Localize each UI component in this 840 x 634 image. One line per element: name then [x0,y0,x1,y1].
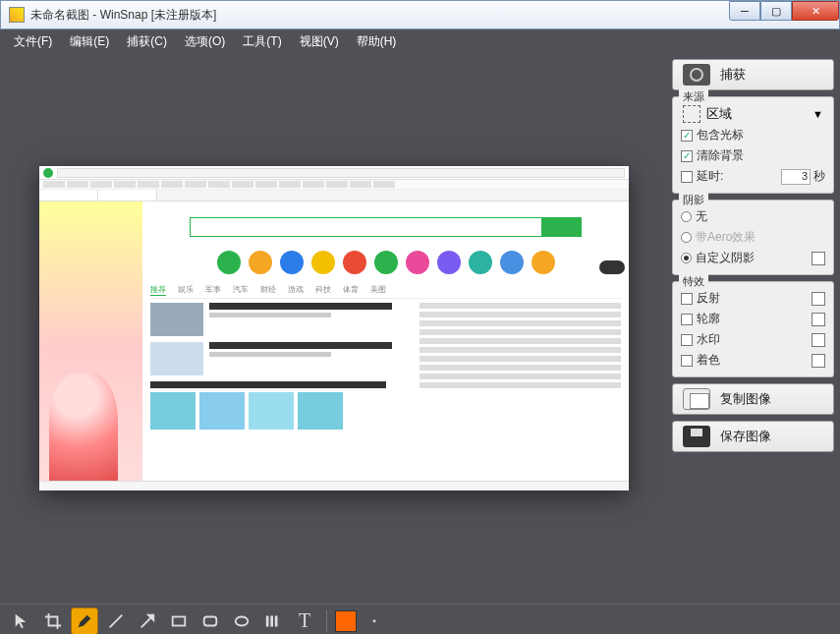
stroke-width-selector[interactable]: ▪ [361,607,388,635]
delay-checkbox[interactable] [681,171,693,183]
copy-icon [683,388,710,410]
tint-checkbox[interactable] [681,355,693,367]
close-button[interactable]: ✕ [792,1,839,21]
effects-group: 特效 反射 轮廓 水印 着色 [672,281,834,377]
drawing-toolbar: T ▪ [0,604,840,634]
text-tool[interactable]: T [291,607,318,635]
camera-icon [683,64,710,86]
reflect-checkbox[interactable] [681,293,693,305]
delay-value-input[interactable]: 3 [781,169,811,185]
line-tool[interactable] [102,607,130,635]
captured-image[interactable]: 推荐娱乐军事汽车财经游戏科技体育美图 [39,166,629,490]
delay-unit: 秒 [813,168,825,185]
svg-line-0 [110,614,123,627]
shadow-custom-radio[interactable] [681,253,692,263]
roundrect-tool[interactable] [196,607,224,635]
rect-tool[interactable] [165,607,193,635]
shadow-aero-label: 带Aero效果 [696,229,756,246]
capture-label: 捕获 [720,66,746,84]
outline-label: 轮廓 [697,311,720,327]
watermark-settings[interactable] [812,333,825,347]
menu-file[interactable]: 文件(F) [6,31,60,52]
source-mode-dropdown[interactable]: 区域 ▼ [681,103,825,125]
svg-line-1 [141,616,152,627]
chevron-down-icon: ▼ [812,108,823,120]
svg-rect-2 [173,616,186,625]
reflect-settings[interactable] [812,292,825,306]
crop-tool[interactable] [39,607,67,635]
shadow-aero-radio[interactable] [681,232,692,243]
minimize-button[interactable]: ─ [729,1,760,21]
save-label: 保存图像 [720,428,771,445]
shadow-title: 阴影 [679,193,708,207]
save-image-button[interactable]: 保存图像 [672,421,834,452]
delay-label: 延时: [697,168,723,185]
arrow-tool[interactable] [134,607,161,635]
effects-title: 特效 [679,274,708,289]
clear-bg-checkbox[interactable] [681,150,693,162]
window-title: 未命名截图 - WinSnap [未注册版本] [30,7,216,24]
highlight-tool[interactable] [259,607,287,635]
source-mode-label: 区域 [706,105,732,123]
copy-label: 复制图像 [720,390,771,408]
include-cursor-label: 包含光标 [697,127,744,144]
outline-checkbox[interactable] [681,314,693,325]
watermark-checkbox[interactable] [681,334,693,346]
outline-settings[interactable] [812,313,825,326]
app-icon [9,7,25,23]
menubar: 文件(F) 编辑(E) 捕获(C) 选项(O) 工具(T) 视图(V) 帮助(H… [0,29,840,53]
watermark-label: 水印 [697,331,720,348]
clear-bg-label: 清除背景 [697,147,744,164]
svg-point-4 [236,616,249,625]
reflect-label: 反射 [697,290,720,307]
menu-tools[interactable]: 工具(T) [235,31,289,52]
menu-capture[interactable]: 捕获(C) [119,31,175,52]
save-icon [683,426,710,447]
shadow-group: 阴影 无 带Aero效果 自定义阴影 [672,200,834,275]
titlebar: 未命名截图 - WinSnap [未注册版本] ─ ▢ ✕ [0,0,840,29]
source-group: 来源 区域 ▼ 包含光标 清除背景 延时: 3 秒 [672,96,834,194]
copy-image-button[interactable]: 复制图像 [672,383,834,415]
menu-edit[interactable]: 编辑(E) [62,31,117,52]
include-cursor-checkbox[interactable] [681,130,693,142]
menu-help[interactable]: 帮助(H) [349,31,405,52]
shadow-custom-settings[interactable] [812,252,825,265]
sidebar: 捕获 来源 区域 ▼ 包含光标 清除背景 延时: 3 秒 阴影 无 带Aero效… [668,53,840,604]
shadow-custom-label: 自定义阴影 [696,250,755,266]
svg-rect-3 [204,616,217,625]
pointer-tool[interactable] [8,607,35,635]
source-title: 来源 [679,89,708,104]
shadow-none-radio[interactable] [681,211,692,222]
color-swatch[interactable] [335,610,357,632]
canvas-area[interactable]: 推荐娱乐军事汽车财经游戏科技体育美图 [0,53,668,604]
tint-label: 着色 [697,352,720,369]
capture-button[interactable]: 捕获 [672,59,834,90]
pen-tool[interactable] [71,607,98,635]
menu-options[interactable]: 选项(O) [177,31,233,52]
shadow-none-label: 无 [696,208,707,225]
region-icon [683,105,700,123]
tint-settings[interactable] [812,354,825,368]
menu-view[interactable]: 视图(V) [292,31,347,52]
maximize-button[interactable]: ▢ [760,1,792,21]
ellipse-tool[interactable] [228,607,255,635]
